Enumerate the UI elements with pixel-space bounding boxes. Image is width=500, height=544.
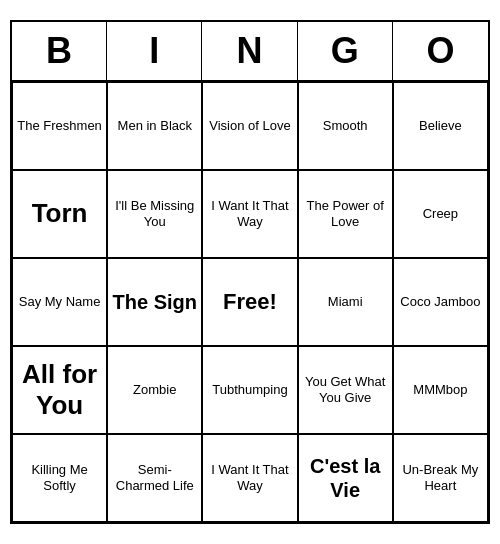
bingo-cell-1: Men in Black	[107, 82, 202, 170]
bingo-cell-8: The Power of Love	[298, 170, 393, 258]
header-letter-g: G	[298, 22, 393, 80]
bingo-cell-6: I'll Be Missing You	[107, 170, 202, 258]
bingo-cell-16: Zombie	[107, 346, 202, 434]
bingo-header: BINGO	[12, 22, 488, 82]
bingo-cell-2: Vision of Love	[202, 82, 297, 170]
bingo-cell-11: The Sign	[107, 258, 202, 346]
bingo-cell-14: Coco Jamboo	[393, 258, 488, 346]
bingo-cell-15: All for You	[12, 346, 107, 434]
bingo-cell-7: I Want It That Way	[202, 170, 297, 258]
bingo-cell-18: You Get What You Give	[298, 346, 393, 434]
bingo-cell-17: Tubthumping	[202, 346, 297, 434]
bingo-cell-21: Semi-Charmed Life	[107, 434, 202, 522]
header-letter-o: O	[393, 22, 488, 80]
bingo-cell-22: I Want It That Way	[202, 434, 297, 522]
bingo-cell-9: Creep	[393, 170, 488, 258]
bingo-cell-4: Believe	[393, 82, 488, 170]
bingo-cell-3: Smooth	[298, 82, 393, 170]
bingo-cell-0: The Freshmen	[12, 82, 107, 170]
bingo-cell-19: MMMbop	[393, 346, 488, 434]
bingo-cell-23: C'est la Vie	[298, 434, 393, 522]
header-letter-n: N	[202, 22, 297, 80]
bingo-cell-5: Torn	[12, 170, 107, 258]
bingo-cell-10: Say My Name	[12, 258, 107, 346]
bingo-cell-24: Un-Break My Heart	[393, 434, 488, 522]
header-letter-i: I	[107, 22, 202, 80]
bingo-cell-12: Free!	[202, 258, 297, 346]
bingo-card: BINGO The FreshmenMen in BlackVision of …	[10, 20, 490, 524]
bingo-grid: The FreshmenMen in BlackVision of LoveSm…	[12, 82, 488, 522]
header-letter-b: B	[12, 22, 107, 80]
bingo-cell-20: Killing Me Softly	[12, 434, 107, 522]
bingo-cell-13: Miami	[298, 258, 393, 346]
